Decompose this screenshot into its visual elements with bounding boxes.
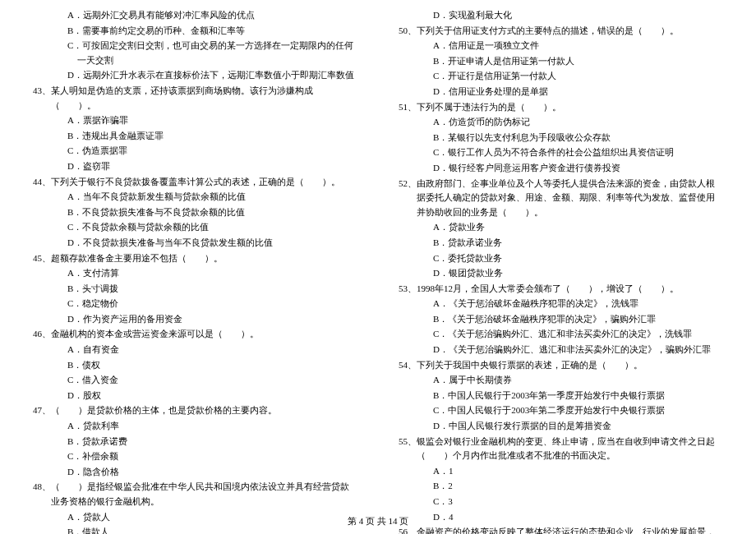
option: B．中国人民银行于2003年第一季度开始发行中央银行票据 bbox=[399, 389, 723, 403]
question-52: 52、由政府部门、企事业单位及个人等委托人提供合法来源的资金，由贷款人根据委托人… bbox=[399, 177, 723, 220]
option: B．某银行以先支付利息为手段吸收公众存款 bbox=[399, 131, 723, 145]
option: A．贷款利率 bbox=[33, 419, 357, 434]
option: B．贷款承诺费 bbox=[33, 435, 357, 449]
option: C．银行工作人员为不符合条件的社会公益组织出具资信证明 bbox=[399, 145, 723, 160]
right-column: D．实现盈利最大化 50、下列关于信用证支付方式的主要特点的描述，错误的是（ ）… bbox=[378, 8, 731, 485]
question-46: 46、金融机构的资本金或营运资金来源可以是（ ）。 bbox=[33, 327, 357, 342]
option: C．3 bbox=[399, 495, 723, 509]
option: C．委托贷款业务 bbox=[399, 251, 723, 266]
question-43: 43、某人明知是伪造的支票，还持该票据到商场购物。该行为涉嫌构成（ ）。 bbox=[33, 84, 357, 113]
option: D．远期外汇升水表示在直接标价法下，远期汇率数值小于即期汇率数值 bbox=[33, 68, 357, 83]
page-footer: 第 4 页 共 14 页 bbox=[0, 514, 756, 529]
option: B．债权 bbox=[33, 358, 357, 373]
option: C．稳定物价 bbox=[33, 297, 357, 311]
option: C．伪造票据罪 bbox=[33, 144, 357, 159]
question-50: 50、下列关于信用证支付方式的主要特点的描述，错误的是（ ）。 bbox=[399, 24, 723, 39]
option: B．《关于惩治破坏金融秩序犯罪的决定》，骗购外汇罪 bbox=[399, 312, 723, 327]
option: A．信用证是一项独立文件 bbox=[399, 39, 723, 53]
option: A．贷款业务 bbox=[399, 220, 723, 235]
option: D．信用证业务处理的是单据 bbox=[399, 85, 723, 99]
option: C．开证行是信用证第一付款人 bbox=[399, 69, 723, 84]
question-45: 45、超额存款准备金主要用途不包括（ ）。 bbox=[33, 251, 357, 266]
option: D．《关于惩治骗购外汇、逃汇和非法买卖外汇的决定》，骗购外汇罪 bbox=[399, 343, 723, 357]
option: B．不良贷款损失准备与不良贷款余额的比值 bbox=[33, 205, 357, 220]
question-47: 47、（ ）是贷款价格的主体，也是贷款价格的主要内容。 bbox=[33, 403, 357, 418]
left-column: A．远期外汇交易具有能够对冲汇率风险的优点 B．需要事前约定交易的币种、金额和汇… bbox=[25, 8, 378, 485]
option: D．盗窃罪 bbox=[33, 159, 357, 174]
option: C．借入资金 bbox=[33, 373, 357, 388]
question-51: 51、下列不属于违法行为的是（ ）。 bbox=[399, 100, 723, 115]
option: D．银团贷款业务 bbox=[399, 266, 723, 281]
option: A．支付清算 bbox=[33, 266, 357, 281]
option: D．实现盈利最大化 bbox=[399, 8, 723, 23]
option: B．开证申请人是信用证第一付款人 bbox=[399, 54, 723, 69]
option: D．隐含价格 bbox=[33, 465, 357, 480]
option: B．违规出具金融票证罪 bbox=[33, 129, 357, 144]
option: B．头寸调拨 bbox=[33, 282, 357, 297]
option: B．2 bbox=[399, 479, 723, 494]
option: C．可按固定交割日交割，也可由交易的某一方选择在一定期限内的任何一天交割 bbox=[33, 39, 357, 67]
option: C．不良贷款余额与贷款余额的比值 bbox=[33, 220, 357, 235]
option: A．票据诈骗罪 bbox=[33, 113, 357, 128]
option: D．不良贷款损失准备与当年不良贷款发生额的比值 bbox=[33, 236, 357, 251]
option: C．《关于惩治骗购外汇、逃汇和非法买卖外汇的决定》，洗钱罪 bbox=[399, 327, 723, 342]
question-55: 55、银监会对银行业金融机构的变更、终止申请，应当在自收到申请文件之日起（ ）个… bbox=[399, 435, 723, 463]
option: C．中国人民银行于2003年第二季度开始发行中央银行票据 bbox=[399, 403, 723, 418]
option: D．中国人民银行发行票据的目的是筹措资金 bbox=[399, 419, 723, 434]
option: B．贷款承诺业务 bbox=[399, 236, 723, 251]
option: C．补偿余额 bbox=[33, 449, 357, 464]
option: D．银行经客户同意运用客户资金进行债券投资 bbox=[399, 161, 723, 176]
option: A．自有资金 bbox=[33, 343, 357, 357]
option: D．作为资产运用的备用资金 bbox=[33, 312, 357, 327]
document-page: A．远期外汇交易具有能够对冲汇率风险的优点 B．需要事前约定交易的币种、金额和汇… bbox=[0, 0, 756, 509]
option: A．《关于惩治破坏金融秩序犯罪的决定》，洗钱罪 bbox=[399, 297, 723, 311]
option: A．仿造货币的防伪标记 bbox=[399, 115, 723, 130]
option: A．属于中长期债券 bbox=[399, 373, 723, 388]
question-53: 53、1998年12月，全国人大常委会颁布了（ ），增设了（ ）。 bbox=[399, 282, 723, 297]
option: A．1 bbox=[399, 464, 723, 479]
option: A．远期外汇交易具有能够对冲汇率风险的优点 bbox=[33, 8, 357, 23]
question-44: 44、下列关于银行不良贷款拨备覆盖率计算公式的表述，正确的是（ ）。 bbox=[33, 175, 357, 190]
question-48: 48、（ ）是指经银监会批准在中华人民共和国境内依法设立并具有经营贷款业务资格的… bbox=[33, 480, 357, 509]
option: A．当年不良贷款新发生额与贷款余额的比值 bbox=[33, 190, 357, 205]
question-54: 54、下列关于我国中央银行票据的表述，正确的是（ ）。 bbox=[399, 358, 723, 373]
option: B．需要事前约定交易的币种、金额和汇率等 bbox=[33, 24, 357, 39]
option: D．股权 bbox=[33, 389, 357, 403]
